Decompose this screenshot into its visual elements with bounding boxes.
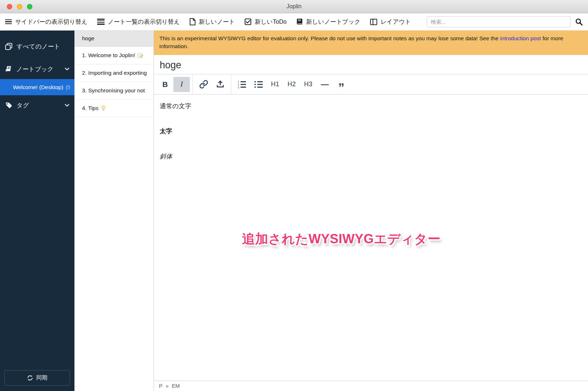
traffic-lights xyxy=(7,0,32,13)
wysiwyg-toolbar: B I 123 xyxy=(154,74,588,95)
element-path-separator: » xyxy=(166,383,169,389)
sync-icon xyxy=(27,375,33,381)
toggle-sidebar-label: サイドバーの表示切り替え xyxy=(15,18,87,26)
sidebar: すべてのノート ノートブック Welcome! (Desktop) (5 xyxy=(0,31,74,391)
note-title: 2. Importing and exporting xyxy=(82,70,147,76)
app-toolbar: サイドバーの表示切り替え ノート一覧の表示切り替え 新しいノート 新しいToDo… xyxy=(0,13,588,31)
note-title: 3. Synchronising your not xyxy=(82,87,145,94)
sidebar-header-notebooks[interactable]: ノートブック xyxy=(0,61,74,77)
horizontal-rule-button[interactable]: — xyxy=(316,77,333,92)
toolbar-separator xyxy=(231,74,231,94)
notebook-welcome-label: Welcome! (Desktop) xyxy=(13,84,63,91)
close-window-button[interactable] xyxy=(7,4,12,9)
banner-text-before: This is an experimental WYSIWYG editor f… xyxy=(159,35,500,41)
hamburger-icon xyxy=(5,19,12,24)
element-path-p[interactable]: P xyxy=(159,383,163,389)
new-notebook-label: 新しいノートブック xyxy=(306,18,360,26)
sync-label: 同期 xyxy=(36,374,47,382)
paragraph-italic: 斜体 xyxy=(160,152,582,161)
sidebar-header-tags[interactable]: タグ xyxy=(0,98,74,113)
heading2-button[interactable]: H2 xyxy=(283,77,300,92)
notebook-note-count: (5 xyxy=(65,84,70,90)
layout-label: レイアウト xyxy=(380,18,411,26)
bullet-list-button[interactable] xyxy=(250,77,267,92)
tags-header-label: タグ xyxy=(17,101,61,110)
tag-icon xyxy=(5,102,13,109)
new-todo-button[interactable]: 新しいToDo xyxy=(245,18,287,26)
sync-button[interactable]: 同期 xyxy=(4,370,70,386)
note-list-item-hoge[interactable]: hoge xyxy=(74,31,154,47)
experimental-warning-banner: This is an experimental WYSIWYG editor f… xyxy=(154,31,588,55)
svg-text:2: 2 xyxy=(238,83,239,86)
note-list-item-synchronising[interactable]: 3. Synchronising your not xyxy=(74,82,154,100)
sidebar-item-notebook-welcome[interactable]: Welcome! (Desktop) (5 xyxy=(0,79,74,95)
attach-file-button[interactable] xyxy=(212,77,228,92)
layout-columns-icon xyxy=(370,19,377,25)
new-note-button[interactable]: 新しいノート xyxy=(190,18,235,26)
note-list-lines-icon xyxy=(97,19,105,24)
todo-checkbox-icon xyxy=(245,18,251,25)
new-note-page-icon xyxy=(190,18,196,26)
search-icon[interactable] xyxy=(575,18,583,26)
memo-emoji-icon xyxy=(137,52,143,59)
note-title-input[interactable]: hoge xyxy=(154,55,588,74)
editor-pane: This is an experimental WYSIWYG editor f… xyxy=(154,31,588,391)
link-button[interactable] xyxy=(195,77,212,92)
new-todo-label: 新しいToDo xyxy=(255,18,287,26)
joplin-window: Joplin サイドバーの表示切り替え ノート一覧の表示切り替え 新しいノート … xyxy=(0,0,588,391)
note-title: hoge xyxy=(82,35,94,42)
element-path-em[interactable]: EM xyxy=(172,383,180,389)
italic-button[interactable]: I xyxy=(173,77,190,92)
all-notes-icon xyxy=(5,43,13,50)
annotation-caption: 追加されたWYSIWYGエディター xyxy=(242,230,441,248)
paragraph-bold: 太字 xyxy=(160,127,582,136)
toggle-note-list-button[interactable]: ノート一覧の表示切り替え xyxy=(97,18,180,26)
notebooks-header-label: ノートブック xyxy=(16,65,61,73)
introduction-post-link[interactable]: introduction post xyxy=(500,35,541,41)
book-icon xyxy=(5,65,12,73)
link-icon xyxy=(199,80,208,89)
element-path-statusbar: P » EM xyxy=(154,381,588,391)
chevron-down-icon[interactable] xyxy=(65,104,69,107)
minimize-window-button[interactable] xyxy=(17,4,22,9)
note-title: 4. Tips xyxy=(82,105,99,111)
titlebar: Joplin xyxy=(0,0,588,13)
new-note-label: 新しいノート xyxy=(199,18,235,26)
ordered-list-icon: 123 xyxy=(237,80,247,89)
svg-text:3: 3 xyxy=(238,86,239,89)
toggle-note-list-label: ノート一覧の表示切り替え xyxy=(108,18,180,26)
heading3-button[interactable]: H3 xyxy=(300,77,316,92)
notebook-book-icon xyxy=(296,18,303,25)
ordered-list-button[interactable]: 123 xyxy=(234,77,250,92)
toolbar-separator xyxy=(192,74,193,94)
sidebar-item-all-notes[interactable]: すべてのノート xyxy=(0,39,74,54)
zoom-window-button[interactable] xyxy=(27,4,32,9)
bullet-list-icon xyxy=(254,80,263,89)
bulb-emoji-icon xyxy=(101,105,106,111)
note-list: hoge 1. Welcome to Joplin! 2. Importing … xyxy=(74,31,154,391)
search-area xyxy=(427,16,583,27)
bold-button[interactable]: B xyxy=(157,77,173,92)
svg-text:1: 1 xyxy=(238,80,239,83)
all-notes-label: すべてのノート xyxy=(17,42,69,51)
blockquote-button[interactable]: ” xyxy=(333,77,350,92)
upload-icon xyxy=(216,80,225,89)
chevron-down-icon[interactable] xyxy=(65,68,69,71)
note-list-item-importing[interactable]: 2. Importing and exporting xyxy=(74,64,154,82)
note-title: 1. Welcome to Joplin! xyxy=(82,52,135,59)
note-list-item-tips[interactable]: 4. Tips xyxy=(74,100,154,117)
window-title: Joplin xyxy=(287,3,302,10)
heading1-button[interactable]: H1 xyxy=(267,77,283,92)
toggle-sidebar-button[interactable]: サイドバーの表示切り替え xyxy=(5,18,87,26)
new-notebook-button[interactable]: 新しいノートブック xyxy=(296,18,360,26)
search-input[interactable] xyxy=(427,16,571,27)
note-list-item-welcome[interactable]: 1. Welcome to Joplin! xyxy=(74,47,154,64)
main-area: すべてのノート ノートブック Welcome! (Desktop) (5 xyxy=(0,31,588,391)
paragraph-normal: 通常の文字 xyxy=(160,102,582,111)
layout-button[interactable]: レイアウト xyxy=(370,18,411,26)
